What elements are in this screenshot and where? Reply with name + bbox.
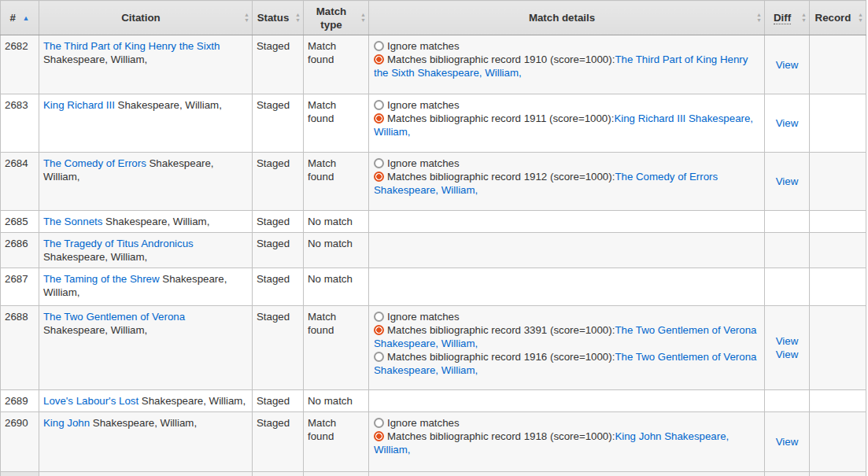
match-option: Matches bibliographic record 1910 (score…	[374, 53, 759, 79]
match-type-cell: No match	[304, 390, 369, 412]
table-header: # ▲▼ Citation ▲▼ Status ▲▼ Match type ▲▼…	[1, 1, 866, 35]
match-option: Matches bibliographic record 1912 (score…	[374, 170, 759, 197]
column-header-match-details[interactable]: Match details ▲▼	[369, 1, 765, 35]
match-option-radio[interactable]	[374, 312, 384, 322]
column-header-number[interactable]: # ▲▼	[1, 1, 39, 35]
table-row: 2684 The Comedy of Errors Shakespeare, W…	[1, 153, 866, 211]
diff-view-link[interactable]: View	[776, 348, 799, 361]
column-label: Diff	[774, 12, 791, 24]
match-details-cell: Ignore matches Matches bibliographic rec…	[369, 306, 765, 390]
diff-cell: View	[765, 153, 810, 211]
status-cell: Staged	[253, 268, 304, 306]
match-details-cell: Ignore matches Matches bibliographic rec…	[369, 412, 765, 472]
match-type-cell: No match	[304, 233, 369, 268]
column-label: #	[9, 12, 15, 24]
sort-icon: ▲▼	[244, 13, 249, 24]
match-option: Ignore matches	[374, 310, 759, 323]
row-number: 2685	[1, 211, 39, 233]
match-type-cell: Match found	[304, 306, 369, 390]
match-option: Ignore matches	[374, 416, 759, 430]
table-row-partial	[1, 472, 866, 476]
match-option-label: Ignore matches	[387, 40, 460, 52]
column-header-status[interactable]: Status ▲▼	[253, 1, 304, 35]
match-option-label: Matches bibliographic record 1912 (score…	[387, 171, 615, 183]
diff-cell: View View	[765, 306, 810, 390]
match-options-list: Ignore matches Matches bibliographic rec…	[374, 39, 759, 87]
record-cell	[810, 390, 866, 412]
record-cell	[810, 233, 866, 268]
match-option-radio[interactable]	[374, 418, 384, 428]
status-cell: Staged	[253, 153, 304, 211]
match-option-radio[interactable]	[374, 54, 384, 65]
column-header-citation[interactable]: Citation ▲▼	[39, 1, 253, 35]
status-cell: Staged	[253, 211, 304, 233]
citation-title-link[interactable]: The Comedy of Errors	[43, 157, 146, 169]
match-option-radio[interactable]	[374, 172, 384, 182]
match-option-radio[interactable]	[374, 431, 384, 441]
citation-cell: The Tragedy of Titus Andronicus Shakespe…	[39, 233, 253, 268]
diff-view-link[interactable]: View	[776, 116, 799, 130]
match-option-label: Matches bibliographic record 1916 (score…	[387, 351, 615, 363]
sort-icon: ▲▼	[801, 13, 807, 24]
column-label: Status	[257, 12, 290, 24]
record-cell	[810, 306, 866, 390]
column-header-diff[interactable]: Diff ▲▼	[765, 1, 810, 35]
diff-view-link[interactable]: View	[776, 435, 799, 448]
match-option-radio[interactable]	[374, 100, 384, 110]
diff-cell	[765, 233, 810, 268]
citation-author: Shakespeare, William,	[43, 251, 147, 263]
status-cell: Staged	[253, 412, 304, 472]
citation-cell: The Comedy of Errors Shakespeare, Willia…	[39, 153, 253, 211]
diff-view-link[interactable]: View	[776, 58, 799, 72]
match-option-label: Matches bibliographic record 1918 (score…	[387, 430, 615, 442]
sort-icon: ▲▼	[756, 13, 762, 24]
citation-title-link[interactable]: King John	[43, 417, 90, 429]
match-type-cell: No match	[304, 211, 369, 233]
staged-records-table-view: # ▲▼ Citation ▲▼ Status ▲▼ Match type ▲▼…	[0, 0, 868, 476]
citation-title-link[interactable]: The Third Part of King Henry the Sixth	[43, 40, 220, 52]
citation-title-link[interactable]: King Richard III	[43, 99, 115, 111]
match-option: Matches bibliographic record 1918 (score…	[374, 430, 759, 456]
citation-title-link[interactable]: The Taming of the Shrew	[43, 273, 160, 285]
table-row: 2685 The Sonnets Shakespeare, William, S…	[1, 211, 866, 233]
citation-title-link[interactable]: The Two Gentlemen of Verona	[43, 311, 185, 323]
diff-view-link[interactable]: View	[776, 334, 799, 348]
match-details-cell: Ignore matches Matches bibliographic rec…	[369, 35, 765, 94]
status-cell: Staged	[253, 390, 304, 412]
match-option-radio[interactable]	[374, 113, 384, 124]
sort-icon: ▲▼	[360, 13, 366, 24]
match-type-cell: Match found	[304, 412, 369, 472]
citation-cell: The Sonnets Shakespeare, William,	[39, 211, 253, 233]
match-option-label: Matches bibliographic record 1910 (score…	[387, 54, 615, 65]
match-option: Matches bibliographic record 3391 (score…	[374, 323, 759, 350]
match-option-radio[interactable]	[374, 352, 384, 362]
match-type-cell: No match	[304, 268, 369, 306]
diff-view-link[interactable]: View	[776, 175, 799, 188]
match-option-radio[interactable]	[374, 325, 384, 335]
citation-cell: The Third Part of King Henry the Sixth S…	[39, 35, 253, 94]
diff-cell: View	[765, 94, 810, 153]
citation-cell: The Taming of the Shrew Shakespeare, Wil…	[39, 268, 253, 306]
diff-cell: View	[765, 412, 810, 472]
citation-cell: King Richard III Shakespeare, William,	[39, 94, 253, 153]
match-option: Matches bibliographic record 1916 (score…	[374, 350, 759, 377]
match-type-cell: Match found	[304, 35, 369, 94]
match-details-cell	[369, 211, 765, 233]
match-option-label: Ignore matches	[387, 417, 460, 429]
diff-cell	[765, 268, 810, 306]
match-option-radio[interactable]	[374, 158, 384, 168]
citation-title-link[interactable]: The Tragedy of Titus Andronicus	[43, 238, 194, 249]
column-header-match-type[interactable]: Match type ▲▼	[304, 1, 369, 35]
column-header-record[interactable]: Record ▲▼	[810, 1, 866, 35]
citation-title-link[interactable]: The Sonnets	[43, 216, 102, 227]
match-details-cell	[369, 233, 765, 268]
column-label: Citation	[121, 12, 161, 24]
match-option-radio[interactable]	[374, 41, 384, 51]
row-number: 2682	[1, 35, 39, 94]
table-row: 2686 The Tragedy of Titus Andronicus Sha…	[1, 233, 866, 268]
sort-icon: ▲▼	[858, 13, 863, 24]
record-cell	[810, 412, 866, 472]
citation-title-link[interactable]: Love's Labour's Lost	[43, 395, 139, 407]
diff-cell	[765, 211, 810, 233]
table-row: 2683 King Richard III Shakespeare, Willi…	[1, 94, 866, 153]
